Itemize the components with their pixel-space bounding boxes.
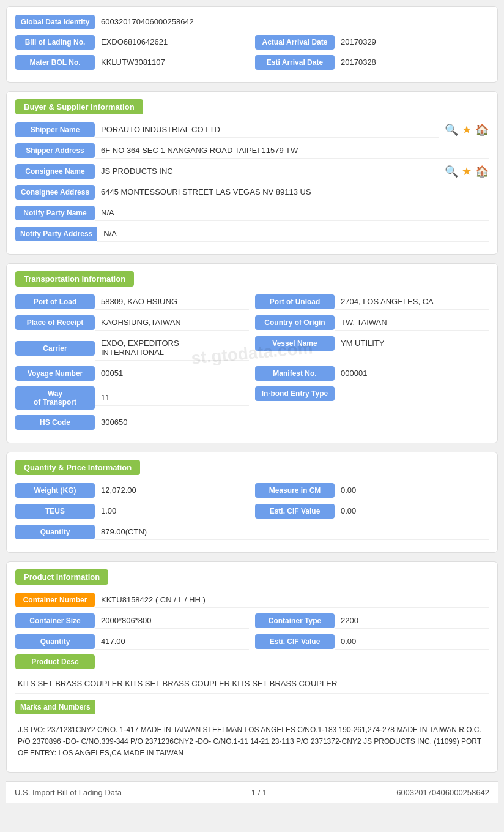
hs-code-row: HS Code 300650 [15, 414, 489, 430]
product-desc-text: KITS SET BRASS COUPLER KITS SET BRASS CO… [15, 674, 489, 694]
in-bond-entry-type-value [335, 391, 489, 397]
hs-code-label: HS Code [15, 415, 95, 430]
transport-row-1: Port of Load 58309, KAO HSIUNG Port of U… [15, 294, 489, 315]
home-icon[interactable]: 🏠 [475, 123, 489, 137]
pi-quantity-label: Quantity [15, 634, 95, 649]
vessel-name-label: Vessel Name [255, 336, 335, 351]
manifest-no-value: 000001 [335, 365, 489, 381]
place-of-receipt-label: Place of Receipt [15, 315, 95, 330]
product-info-header: Product Information [15, 569, 108, 585]
consignee-name-label: Consignee Name [15, 164, 95, 179]
pi-esti-cif-label: Esti. CIF Value [255, 634, 335, 649]
voyage-number-label: Voyage Number [15, 366, 95, 381]
voyage-number-row: Voyage Number 00051 [15, 365, 249, 381]
consignee-address-label: Consignee Address [15, 185, 95, 200]
notify-party-name-row: Notify Party Name N/A [15, 205, 489, 221]
quantity-row: Quantity 879.00(CTN) [15, 524, 489, 540]
notify-party-address-value: N/A [97, 226, 489, 242]
teus-label: TEUS [15, 504, 95, 519]
bill-of-lading-row: Bill of Lading No. EXDO6810642621 Actual… [15, 34, 489, 50]
port-of-load-row: Port of Load 58309, KAO HSIUNG [15, 294, 249, 310]
container-size-value: 2000*806*800 [95, 613, 249, 629]
quantity-price-header: Quantity & Price Information [15, 460, 140, 475]
pi-row-2: Container Size 2000*806*800 Container Ty… [15, 613, 489, 634]
notify-party-address-label: Notify Party Address [15, 227, 97, 241]
consignee-search-icon[interactable]: 🔍 [445, 165, 458, 178]
search-icon[interactable]: 🔍 [445, 123, 458, 137]
marks-text: J.S P/O: 2371231CNY2 C/NO. 1-417 MADE IN… [15, 719, 489, 765]
country-of-origin-value: TW, TAIWAN [335, 315, 489, 331]
port-of-unload-row: Port of Unload 2704, LOS ANGELES, CA [255, 294, 489, 310]
transport-row-2: Place of Receipt KAOHSIUNG,TAIWAN Countr… [15, 315, 489, 335]
manifest-no-row: Manifest No. 000001 [255, 365, 489, 381]
quantity-value: 879.00(CTN) [95, 524, 489, 540]
voyage-number-value: 00051 [95, 365, 249, 381]
consignee-icons: 🔍 ★ 🏠 [445, 165, 489, 178]
container-size-label: Container Size [15, 613, 95, 628]
vessel-name-value: YM UTILITY [335, 335, 489, 351]
global-data-identity-label: Global Data Identity [15, 15, 95, 29]
esti-cif-label: Esti. CIF Value [255, 504, 335, 519]
way-of-transport-label: Wayof Transport [15, 386, 95, 410]
carrier-label: Carrier [15, 341, 95, 356]
shipper-address-value: 6F NO 364 SEC 1 NANGANG ROAD TAIPEI 1157… [95, 143, 489, 159]
port-of-load-value: 58309, KAO HSIUNG [95, 294, 249, 310]
transport-row-4: Voyage Number 00051 Manifest No. 000001 [15, 365, 489, 386]
place-of-receipt-row: Place of Receipt KAOHSIUNG,TAIWAN [15, 315, 249, 331]
quantity-label: Quantity [15, 525, 95, 539]
marks-and-numbers-label: Marks and Numbers [15, 700, 95, 714]
port-of-unload-value: 2704, LOS ANGELES, CA [335, 294, 489, 310]
manifest-no-label: Manifest No. [255, 366, 335, 381]
consignee-address-value: 6445 MONTESSOURI STREET LAS VEGAS NV 891… [95, 184, 489, 200]
buyer-supplier-header: Buyer & Supplier Information [15, 99, 143, 114]
transportation-header: Transportation Information [15, 271, 134, 287]
pi-quantity-row: Quantity 417.00 [15, 634, 249, 650]
country-of-origin-row: Country of Origin TW, TAIWAN [255, 315, 489, 331]
mater-bol-value: KKLUTW3081107 [95, 54, 249, 70]
container-number-value: KKTU8158422 ( CN / L / HH ) [95, 592, 489, 608]
footer-center: 1 / 1 [251, 788, 267, 797]
shipper-address-row: Shipper Address 6F NO 364 SEC 1 NANGANG … [15, 143, 489, 159]
container-size-row: Container Size 2000*806*800 [15, 613, 249, 629]
shipper-name-row: Shipper Name PORAUTO INDUSTRIAL CO LTD 🔍… [15, 122, 489, 138]
product-info-card: Product Information Container Number KKT… [6, 561, 498, 773]
global-data-identity-row: Global Data Identity 6003201704060002586… [15, 14, 489, 29]
measure-in-cm-label: Measure in CM [255, 483, 335, 498]
container-type-value: 2200 [335, 613, 489, 629]
port-of-unload-label: Port of Unload [255, 294, 335, 309]
shipper-icons: 🔍 ★ 🏠 [445, 123, 489, 137]
container-type-label: Container Type [255, 613, 335, 628]
shipper-name-label: Shipper Name [15, 122, 95, 137]
carrier-row: Carrier EXDO, EXPEDITORS INTERNATIONAL [15, 335, 249, 361]
container-type-row: Container Type 2200 [255, 613, 489, 629]
consignee-name-row: Consignee Name JS PRODUCTS INC 🔍 ★ 🏠 [15, 163, 489, 179]
place-of-receipt-value: KAOHSIUNG,TAIWAN [95, 315, 249, 331]
in-bond-entry-type-label: In-bond Entry Type [255, 386, 335, 401]
consignee-name-value: JS PRODUCTS INC [95, 163, 439, 179]
esti-cif-row: Esti. CIF Value 0.00 [255, 503, 489, 519]
port-of-load-label: Port of Load [15, 294, 95, 309]
shipper-address-label: Shipper Address [15, 143, 95, 158]
way-of-transport-row: Wayof Transport 11 [15, 386, 249, 410]
weight-label: Weight (KG) [15, 483, 95, 498]
container-number-label: Container Number [15, 593, 95, 607]
measure-in-cm-value: 0.00 [335, 482, 489, 498]
esti-arrival-date-value: 20170328 [335, 54, 489, 70]
consignee-home-icon[interactable]: 🏠 [475, 165, 489, 178]
consignee-star-icon[interactable]: ★ [462, 165, 472, 178]
container-number-row: Container Number KKTU8158422 ( CN / L / … [15, 592, 489, 608]
mater-bol-row: Mater BOL No. KKLUTW3081107 Esti Arrival… [15, 54, 489, 70]
star-icon[interactable]: ★ [462, 123, 472, 137]
weight-row: Weight (KG) 12,072.00 [15, 482, 249, 498]
actual-arrival-date-value: 20170329 [335, 34, 489, 50]
transport-row-3: Carrier EXDO, EXPEDITORS INTERNATIONAL V… [15, 335, 489, 365]
vessel-name-row: Vessel Name YM UTILITY [255, 335, 489, 351]
esti-arrival-date-label: Esti Arrival Date [255, 55, 335, 70]
qp-row-1: Weight (KG) 12,072.00 Measure in CM 0.00 [15, 482, 489, 503]
transport-row-5: Wayof Transport 11 In-bond Entry Type [15, 386, 489, 414]
notify-party-address-row: Notify Party Address N/A [15, 226, 489, 242]
notify-party-name-value: N/A [95, 205, 489, 221]
quantity-price-card: Quantity & Price Information Weight (KG)… [6, 452, 498, 553]
mater-bol-label: Mater BOL No. [15, 55, 95, 70]
teus-row: TEUS 1.00 [15, 503, 249, 519]
